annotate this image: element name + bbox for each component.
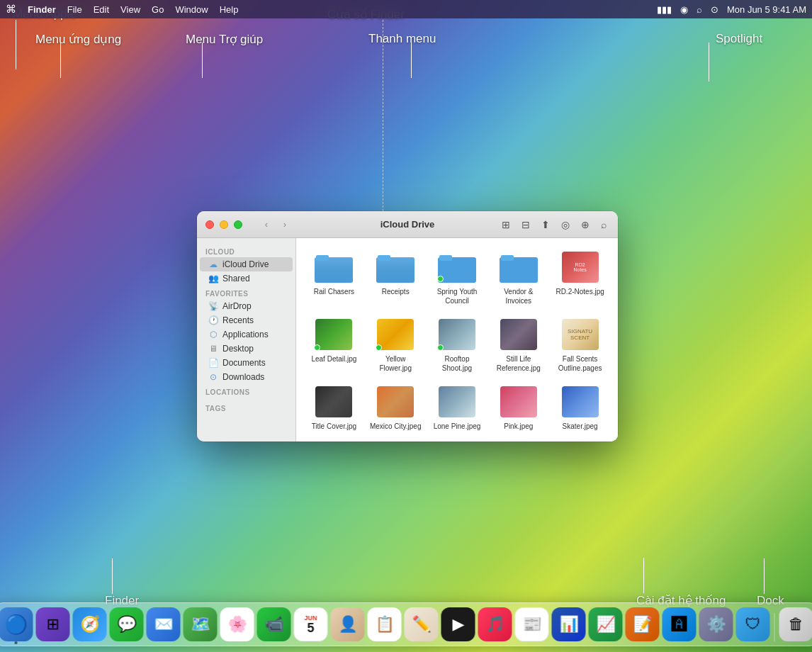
view-grid-icon[interactable]: ⊞ <box>499 218 513 232</box>
fall-scents-label: Fall Scents Outline.pages <box>553 354 607 373</box>
dock-item-calendar[interactable]: JUN 5 <box>294 607 328 641</box>
battery-icon: ▮▮▮ <box>657 4 672 15</box>
sidebar-label-shared: Shared <box>222 274 250 283</box>
sidebar-item-icloud-drive[interactable]: ☁ iCloud Drive <box>200 257 293 271</box>
search-icon[interactable]: ⌕ <box>697 4 702 15</box>
sidebar-item-documents[interactable]: 📄 Documents <box>200 356 293 370</box>
mexico-label: Mexico City.jpeg <box>370 422 422 431</box>
forward-button[interactable]: › <box>278 218 292 232</box>
file-item-skater[interactable]: Skater.jpeg <box>551 381 609 434</box>
back-button[interactable]: ‹ <box>259 218 274 232</box>
vendor-label: Vendor & Invoices <box>492 287 545 305</box>
window-menu[interactable]: Window <box>175 4 208 15</box>
file-item-yellow-flower[interactable]: Yellow Flower.jpg <box>366 314 425 376</box>
fall-scents-thumb: SIGNATU SCENT <box>562 319 599 350</box>
still-life-label: Still Life Reference.jpg <box>492 354 545 373</box>
minimize-button[interactable] <box>220 220 228 229</box>
freeform-dock-icon: ✏️ <box>412 615 431 634</box>
file-item-still-life[interactable]: Still Life Reference.jpg <box>489 314 548 376</box>
share-icon[interactable]: ⬆ <box>538 218 553 232</box>
maximize-button[interactable] <box>234 220 242 229</box>
sidebar-item-desktop[interactable]: 🖥 Desktop <box>200 342 293 356</box>
dock-item-freeform[interactable]: ✏️ <box>405 607 439 641</box>
file-item-pink[interactable]: Pink.jpeg <box>489 381 548 434</box>
file-item-rail-chasers[interactable]: Rail Chasers <box>305 247 363 308</box>
sidebar-section-locations: Locations <box>197 384 295 398</box>
apple-menu[interactable]: ⌘ <box>6 3 16 16</box>
dock-item-appletv[interactable]: ▶ <box>441 607 475 641</box>
desktop-icon: 🖥 <box>208 344 218 354</box>
dock-item-photos[interactable]: 🌸 <box>220 607 254 641</box>
svg-rect-4 <box>376 257 415 283</box>
sidebar-item-airdrop[interactable]: 📡 AirDrop <box>200 299 293 313</box>
file-item-rooftop[interactable]: Rooftop Shoot.jpg <box>428 314 487 376</box>
go-menu[interactable]: Go <box>152 4 164 15</box>
dock-item-safari[interactable]: 🧭 <box>73 607 107 641</box>
messages-dock-icon: 💬 <box>117 615 136 634</box>
file-item-fall-scents[interactable]: SIGNATU SCENT Fall Scents Outline.pages <box>551 314 609 376</box>
leaf-icon <box>312 317 355 352</box>
sidebar-item-downloads[interactable]: ⊙ Downloads <box>200 370 293 384</box>
close-button[interactable] <box>205 220 214 229</box>
file-item-spring-youth[interactable]: Spring Youth Council <box>428 247 487 308</box>
cloud-icon: ☁ <box>208 259 218 269</box>
file-item-rd2[interactable]: RD2Notes RD.2-Notes.jpg <box>551 247 609 308</box>
yellow-flower-icon <box>374 317 417 352</box>
trash-dock-icon: 🗑 <box>789 615 804 634</box>
dock-item-adguard[interactable]: 🛡 <box>736 607 770 641</box>
file-item-vendor[interactable]: Vendor & Invoices <box>489 247 548 308</box>
dock-item-finder[interactable]: 🔵 <box>0 607 33 641</box>
dock-item-contacts[interactable]: 👤 <box>331 607 365 641</box>
svg-rect-7 <box>439 255 452 261</box>
line-dock-label <box>764 558 765 594</box>
dock-item-messages[interactable]: 💬 <box>110 607 144 641</box>
file-item-receipts[interactable]: Receipts <box>366 247 425 308</box>
sidebar-label-desktop: Desktop <box>222 344 254 354</box>
dock-container: 🔵 ⊞ 🧭 💬 ✉️ 🗺️ 🌸 📹 <box>0 602 812 646</box>
rd2-label: RD.2-Notes.jpg <box>556 287 604 296</box>
safari-dock-icon: 🧭 <box>80 615 99 634</box>
wifi-icon: ◉ <box>680 4 688 15</box>
line-finder-label <box>112 558 113 594</box>
finder-active-dot <box>15 641 18 644</box>
sidebar-item-applications[interactable]: ⬡ Applications <box>200 327 293 342</box>
dock-item-systemprefs[interactable]: ⚙️ <box>699 607 733 641</box>
action-icon[interactable]: ⊕ <box>578 218 592 232</box>
dock-item-trash[interactable]: 🗑 <box>779 607 813 641</box>
tag-icon[interactable]: ◎ <box>558 218 573 232</box>
dock-item-launchpad[interactable]: ⊞ <box>36 607 70 641</box>
clock: Mon Jun 5 9:41 AM <box>727 4 806 15</box>
dock-item-reminders[interactable]: 📋 <box>368 607 402 641</box>
dock-item-music[interactable]: 🎵 <box>478 607 512 641</box>
dock-item-keynote[interactable]: 📊 <box>552 607 586 641</box>
help-menu[interactable]: Help <box>220 4 239 15</box>
edit-menu[interactable]: Edit <box>94 4 109 15</box>
menubar: ⌘ Finder File Edit View Go Window Help ▮… <box>0 0 812 18</box>
keynote-dock-icon: 📊 <box>559 615 578 634</box>
sidebar-item-shared[interactable]: 👥 Shared <box>200 271 293 286</box>
siri-icon[interactable]: ⊙ <box>711 4 718 15</box>
dock-item-facetime[interactable]: 📹 <box>257 607 291 641</box>
finder-dock-icon: 🔵 <box>5 614 28 636</box>
file-menu[interactable]: File <box>67 4 82 15</box>
dock-item-maps[interactable]: 🗺️ <box>184 607 218 641</box>
search-button[interactable]: ⌕ <box>598 218 609 232</box>
dock-item-news[interactable]: 📰 <box>515 607 549 641</box>
dock-item-pages[interactable]: 📝 <box>626 607 660 641</box>
leaf-label: Leaf Detail.jpg <box>311 354 356 364</box>
documents-icon: 📄 <box>208 358 218 368</box>
finder-body: iCloud ☁ iCloud Drive 👥 Shared Favorites… <box>197 238 618 442</box>
file-item-leaf[interactable]: Leaf Detail.jpg <box>305 314 363 376</box>
finder-menu[interactable]: Finder <box>28 4 56 15</box>
file-item-lone-pine[interactable]: Lone Pine.jpeg <box>428 381 487 434</box>
view-menu[interactable]: View <box>120 4 140 15</box>
file-item-mexico[interactable]: Mexico City.jpeg <box>366 381 425 434</box>
skater-icon <box>559 384 602 420</box>
dock-item-appstore[interactable]: 🅰 <box>662 607 697 641</box>
view-list-icon[interactable]: ⊟ <box>519 218 533 232</box>
sidebar-section-tags: Tags <box>197 400 295 414</box>
sidebar-item-recents[interactable]: 🕐 Recents <box>200 313 293 327</box>
file-item-title-cover[interactable]: Title Cover.jpg <box>305 381 363 434</box>
dock-item-numbers[interactable]: 📈 <box>589 607 623 641</box>
dock-item-mail[interactable]: ✉️ <box>147 607 181 641</box>
